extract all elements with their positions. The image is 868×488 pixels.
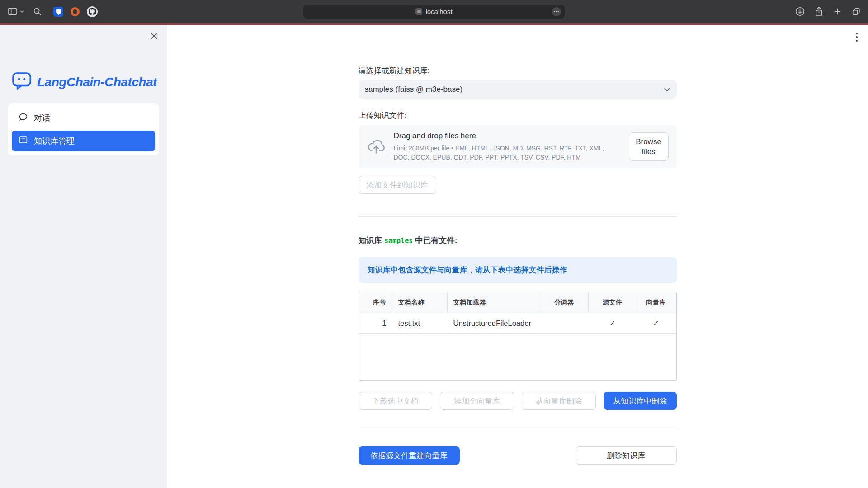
cell-splitter: [540, 313, 589, 333]
divider: [359, 216, 677, 217]
kebab-menu-icon[interactable]: [855, 32, 858, 44]
cell-index: 1: [359, 313, 392, 333]
knowledge-base-icon: [19, 135, 28, 147]
remove-from-vector-store-button[interactable]: 从向量库删除: [522, 392, 596, 410]
search-icon[interactable]: [33, 7, 42, 16]
table-header-row: 序号 文档名称 文档加载器 分词器 源文件 向量库: [359, 292, 676, 313]
rebuild-vector-store-button[interactable]: 依据源文件重建向量库: [359, 446, 460, 465]
column-header-loader[interactable]: 文档加载器: [448, 292, 540, 313]
cell-vector-store-check: ✓: [637, 313, 675, 333]
tab-overview-icon[interactable]: [852, 7, 861, 16]
app-logo: LangChain-Chatchat: [12, 72, 167, 93]
divider: [359, 430, 677, 430]
column-header-vector-store[interactable]: 向量库: [637, 292, 675, 313]
column-header-splitter[interactable]: 分词器: [540, 292, 589, 313]
add-to-vector-store-button[interactable]: 添加至向量库: [440, 392, 514, 410]
orange-extension-icon[interactable]: [71, 7, 80, 16]
column-header-source-file[interactable]: 源文件: [589, 292, 637, 313]
documents-table: 序号 文档名称 文档加载器 分词器 源文件 向量库 1 test.txt Uns…: [359, 292, 677, 381]
column-header-index[interactable]: 序号: [359, 292, 392, 313]
cloud-upload-icon: [367, 136, 386, 157]
sidebar: LangChain-Chatchat 对话 知识库管理: [0, 25, 167, 488]
add-files-to-kb-button[interactable]: 添加文件到知识库: [359, 176, 436, 194]
sidebar-toggle-icon[interactable]: [7, 7, 24, 16]
address-bar[interactable]: localhost •••: [303, 5, 565, 19]
bitwarden-extension-icon[interactable]: [53, 7, 63, 17]
kb-name-code: samples: [384, 237, 413, 245]
nav-item-label: 知识库管理: [34, 136, 75, 146]
chat-icon: [19, 112, 28, 124]
info-banner: 知识库中包含源文件与向量库，请从下表中选择文件后操作: [359, 257, 677, 283]
kb-select-label: 请选择或新建知识库:: [359, 66, 677, 76]
new-tab-icon[interactable]: [833, 7, 842, 16]
sidebar-nav: 对话 知识库管理: [8, 103, 159, 155]
nav-item-label: 对话: [34, 113, 50, 123]
cell-doc-name: test.txt: [392, 313, 448, 333]
cell-loader: UnstructuredFileLoader: [448, 313, 540, 333]
row-action-buttons: 下载选中文档 添加至向量库 从向量库删除 从知识库中删除: [359, 392, 677, 410]
app-title: LangChain-Chatchat: [37, 75, 157, 89]
kb-files-heading: 知识库samples中已有文件:: [359, 235, 677, 246]
dropzone-limit-text: Limit 200MB per file • EML, HTML, JSON, …: [394, 144, 621, 162]
chat-bubble-logo-icon: [12, 72, 33, 93]
kb-heading-suffix: 中已有文件:: [415, 236, 457, 245]
table-row[interactable]: 1 test.txt UnstructuredFileLoader ✓ ✓: [359, 313, 676, 334]
site-favicon: [415, 8, 422, 15]
nav-item-knowledge-base[interactable]: 知识库管理: [12, 131, 155, 151]
browser-toolbar: localhost •••: [0, 0, 868, 23]
kb-selectbox[interactable]: samples (faiss @ m3e-base): [359, 80, 677, 99]
kb-action-buttons: 依据源文件重建向量库 删除知识库: [359, 446, 677, 465]
downloads-icon[interactable]: [795, 7, 805, 16]
file-dropzone[interactable]: Drag and drop files here Limit 200MB per…: [359, 125, 677, 168]
nav-item-chat[interactable]: 对话: [12, 108, 155, 128]
share-icon[interactable]: [815, 7, 823, 16]
page-options-icon[interactable]: •••: [552, 7, 561, 16]
browse-files-button[interactable]: Browse files: [629, 132, 669, 161]
download-selected-button[interactable]: 下载选中文档: [359, 392, 433, 410]
dropzone-title: Drag and drop files here: [394, 131, 621, 141]
delete-from-kb-button[interactable]: 从知识库中删除: [604, 392, 677, 410]
delete-kb-button[interactable]: 删除知识库: [576, 446, 677, 465]
close-sidebar-icon[interactable]: [150, 32, 158, 42]
column-header-doc-name[interactable]: 文档名称: [392, 292, 448, 313]
kb-selectbox-value: samples (faiss @ m3e-base): [365, 85, 463, 94]
kb-heading-prefix: 知识库: [359, 236, 382, 245]
github-extension-icon[interactable]: [87, 6, 98, 17]
address-url: localhost: [425, 8, 452, 15]
upload-label: 上传知识文件:: [359, 110, 677, 121]
main-area: 请选择或新建知识库: samples (faiss @ m3e-base) 上传…: [167, 25, 868, 488]
cell-source-file-check: ✓: [589, 313, 637, 333]
chevron-down-icon: [664, 85, 670, 94]
